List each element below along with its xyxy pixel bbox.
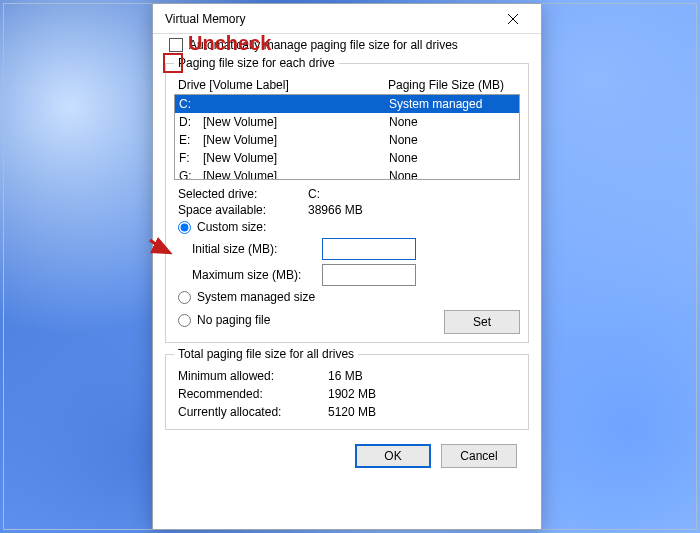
drive-label (203, 96, 389, 112)
cur-row: Currently allocated: 5120 MB (174, 403, 520, 421)
custom-size-radio[interactable] (178, 221, 191, 234)
drive-letter: G: (179, 168, 203, 180)
drive-letter: E: (179, 132, 203, 148)
cur-value: 5120 MB (328, 405, 376, 419)
system-managed-radio[interactable] (178, 291, 191, 304)
dialog-buttons: OK Cancel (165, 434, 529, 468)
space-available-row: Space available: 38966 MB (174, 202, 520, 218)
min-row: Minimum allowed: 16 MB (174, 367, 520, 385)
maximum-size-input[interactable] (322, 264, 416, 286)
min-value: 16 MB (328, 369, 363, 383)
no-paging-radio[interactable] (178, 314, 191, 327)
no-paging-row[interactable]: No paging file (174, 311, 444, 329)
rec-row: Recommended: 1902 MB (174, 385, 520, 403)
totals-group: Total paging file size for all drives Mi… (165, 347, 529, 430)
close-button[interactable] (493, 5, 533, 33)
no-paging-label: No paging file (197, 313, 270, 327)
set-row: Set (444, 306, 520, 334)
dialog-title: Virtual Memory (165, 12, 493, 26)
drive-row[interactable]: F:[New Volume]None (175, 149, 519, 167)
virtual-memory-dialog: Virtual Memory Automatically manage pagi… (152, 3, 542, 530)
set-button[interactable]: Set (444, 310, 520, 334)
space-available-value: 38966 MB (308, 203, 363, 217)
drive-letter: D: (179, 114, 203, 130)
rec-value: 1902 MB (328, 387, 376, 401)
drive-row[interactable]: C:System managed (175, 95, 519, 113)
drive-label: [New Volume] (203, 168, 389, 180)
initial-size-label: Initial size (MB): (192, 242, 322, 256)
space-available-label: Space available: (178, 203, 308, 217)
drive-size: None (389, 168, 515, 180)
drive-size: None (389, 114, 515, 130)
dialog-body: Automatically manage paging file size fo… (153, 34, 541, 529)
drive-size: System managed (389, 96, 515, 112)
auto-manage-label: Automatically manage paging file size fo… (189, 38, 458, 52)
per-drive-legend: Paging file size for each drive (174, 56, 339, 70)
system-managed-label: System managed size (197, 290, 315, 304)
totals-legend: Total paging file size for all drives (174, 347, 358, 361)
auto-manage-row[interactable]: Automatically manage paging file size fo… (165, 38, 529, 52)
maximum-size-label: Maximum size (MB): (192, 268, 322, 282)
min-label: Minimum allowed: (178, 369, 328, 383)
initial-size-input[interactable] (322, 238, 416, 260)
close-icon (508, 14, 518, 24)
size-inputs: Initial size (MB): Maximum size (MB): (174, 236, 520, 288)
drive-label: [New Volume] (203, 114, 389, 130)
header-size: Paging File Size (MB) (388, 78, 520, 92)
drive-size: None (389, 132, 515, 148)
selected-drive-value: C: (308, 187, 320, 201)
drive-letter: F: (179, 150, 203, 166)
drive-row[interactable]: D:[New Volume]None (175, 113, 519, 131)
system-managed-row[interactable]: System managed size (174, 288, 520, 306)
drive-letter: C: (179, 96, 203, 112)
drive-label: [New Volume] (203, 132, 389, 148)
drive-list-header: Drive [Volume Label] Paging File Size (M… (174, 76, 520, 94)
cancel-button[interactable]: Cancel (441, 444, 517, 468)
selected-drive-label: Selected drive: (178, 187, 308, 201)
titlebar: Virtual Memory (153, 4, 541, 34)
auto-manage-checkbox[interactable] (169, 38, 183, 52)
drive-row[interactable]: G:[New Volume]None (175, 167, 519, 180)
ok-button[interactable]: OK (355, 444, 431, 468)
custom-size-label: Custom size: (197, 220, 266, 234)
custom-size-row[interactable]: Custom size: (174, 218, 520, 236)
rec-label: Recommended: (178, 387, 328, 401)
header-drive: Drive [Volume Label] (178, 78, 388, 92)
drive-list[interactable]: C:System managedD:[New Volume]NoneE:[New… (174, 94, 520, 180)
per-drive-group: Paging file size for each drive Drive [V… (165, 56, 529, 343)
drive-label: [New Volume] (203, 150, 389, 166)
cur-label: Currently allocated: (178, 405, 328, 419)
selected-drive-row: Selected drive: C: (174, 186, 520, 202)
drive-row[interactable]: E:[New Volume]None (175, 131, 519, 149)
drive-size: None (389, 150, 515, 166)
